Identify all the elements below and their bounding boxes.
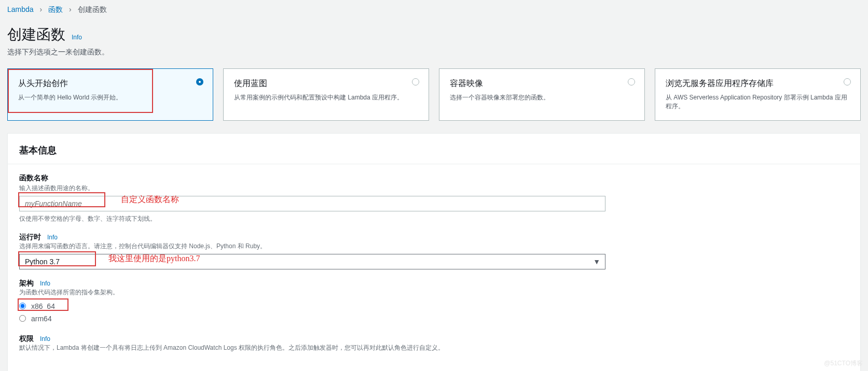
function-name-input[interactable] <box>19 196 605 211</box>
function-name-hint-below: 仅使用不带空格的字母、数字、连字符或下划线。 <box>19 215 849 223</box>
radio-icon <box>412 78 419 85</box>
arch-label-arm64: arm64 <box>31 315 52 323</box>
breadcrumb-root[interactable]: Lambda <box>7 5 34 13</box>
breadcrumb: Lambda › 函数 › 创建函数 <box>0 0 868 20</box>
info-link-runtime[interactable]: Info <box>47 234 58 241</box>
radio-icon <box>628 78 635 85</box>
breadcrumb-current: 创建函数 <box>78 5 107 13</box>
option-title: 从头开始创作 <box>18 78 202 89</box>
option-container-image[interactable]: 容器映像 选择一个容器映像来部署您的函数。 <box>439 68 645 121</box>
option-title: 浏览无服务器应用程序存储库 <box>666 78 850 89</box>
info-link-arch[interactable]: Info <box>40 280 50 287</box>
option-title: 使用蓝图 <box>234 78 418 89</box>
annotation-runtime: 我这里使用的是python3.7 <box>108 253 200 264</box>
runtime-select[interactable]: Python 3.7 <box>19 254 605 269</box>
annotation-function-name: 自定义函数名称 <box>121 194 179 205</box>
function-name-label: 函数名称 <box>19 174 849 183</box>
runtime-label: 运行时 <box>19 233 41 241</box>
watermark: @51CTO博客 <box>824 359 863 368</box>
radio-icon <box>844 78 851 85</box>
option-desc: 从 AWS Serverless Application Repository … <box>666 93 850 111</box>
arch-label-x86: x86_64 <box>31 302 55 310</box>
option-serverless-repo[interactable]: 浏览无服务器应用程序存储库 从 AWS Serverless Applicati… <box>655 68 861 121</box>
info-link-header[interactable]: Info <box>72 34 82 41</box>
option-desc: 从常用案例的示例代码和配置预设中构建 Lambda 应用程序。 <box>234 93 418 102</box>
option-desc: 选择一个容器映像来部署您的函数。 <box>450 93 634 102</box>
runtime-hint: 选择用来编写函数的语言。请注意，控制台代码编辑器仅支持 Node.js、Pyth… <box>19 242 849 251</box>
perm-label: 权限 <box>19 334 34 343</box>
option-from-scratch[interactable]: 从头开始创作 从一个简单的 Hello World 示例开始。 <box>7 68 213 121</box>
info-link-perm[interactable]: Info <box>40 335 50 343</box>
chevron-right-icon: › <box>39 5 42 13</box>
breadcrumb-functions[interactable]: 函数 <box>48 5 63 13</box>
arch-label: 架构 <box>19 279 34 287</box>
page-subtitle: 选择下列选项之一来创建函数。 <box>7 48 861 57</box>
function-name-hint: 输入描述函数用途的名称。 <box>19 184 849 193</box>
perm-hint: 默认情况下，Lambda 将创建一个具有将日志上传到 Amazon CloudW… <box>19 344 849 352</box>
panel-title: 基本信息 <box>8 134 860 164</box>
chevron-right-icon: › <box>69 5 72 13</box>
page-title: 创建函数 <box>7 25 65 45</box>
option-desc: 从一个简单的 Hello World 示例开始。 <box>18 93 202 102</box>
arch-radio-x86[interactable] <box>19 303 26 309</box>
radio-icon-checked <box>196 78 203 85</box>
arch-hint: 为函数代码选择所需的指令集架构。 <box>19 288 849 297</box>
option-blueprint[interactable]: 使用蓝图 从常用案例的示例代码和配置预设中构建 Lambda 应用程序。 <box>223 68 429 121</box>
option-title: 容器映像 <box>450 78 634 89</box>
arch-radio-arm64[interactable] <box>19 315 26 322</box>
